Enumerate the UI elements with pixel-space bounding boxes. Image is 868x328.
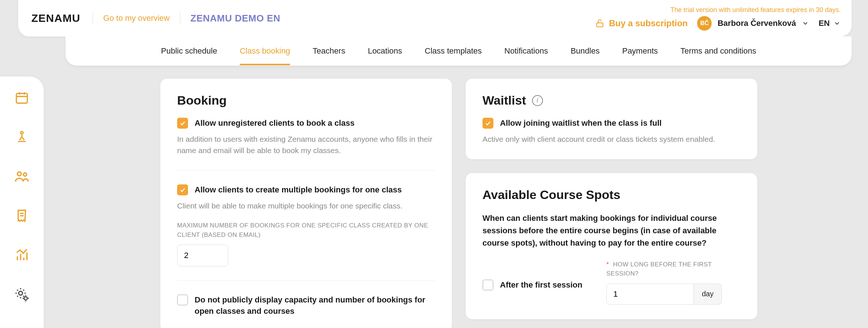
- users-icon: [14, 169, 30, 184]
- allow-unregistered-desc: In addition to users with existing Zenam…: [177, 133, 435, 156]
- nav-invoices[interactable]: [13, 207, 31, 224]
- hide-capacity-checkbox[interactable]: [177, 294, 188, 305]
- buy-subscription-button[interactable]: Buy a subscription: [595, 18, 688, 28]
- language-menu-button[interactable]: EN: [818, 19, 841, 28]
- hide-capacity-label: Do not publicly display capacity and num…: [195, 294, 435, 317]
- settings-subnav: Public schedule Class booking Teachers L…: [66, 36, 852, 66]
- meditation-icon: [15, 130, 29, 144]
- allow-multiple-label: Allow clients to create multiple booking…: [195, 184, 402, 196]
- trial-expiry-message: The trial version with unlimited feature…: [670, 6, 841, 14]
- how-long-label: HOW LONG BEFORE THE FIRST SESSION?: [606, 261, 712, 277]
- avatar: BČ: [697, 16, 712, 31]
- lock-icon: [595, 19, 605, 28]
- after-first-session-checkbox[interactable]: [482, 280, 493, 290]
- course-spots-lead: When can clients start making bookings f…: [482, 212, 740, 249]
- allow-waitlist-label: Allow joining waitlist when the class is…: [500, 118, 662, 129]
- max-bookings-label: MAXIMUM NUMBER OF BOOKINGS FOR ONE SPECI…: [177, 221, 435, 239]
- tab-notifications[interactable]: Notifications: [504, 37, 548, 65]
- how-long-unit: day: [694, 284, 722, 305]
- divider: [93, 12, 93, 25]
- waitlist-heading: Waitlist: [482, 93, 526, 108]
- svg-rect-0: [597, 23, 603, 27]
- info-icon[interactable]: i: [532, 95, 543, 106]
- go-to-overview-link[interactable]: Go to my overview: [103, 13, 169, 23]
- tab-locations[interactable]: Locations: [368, 37, 402, 65]
- svg-point-18: [24, 297, 27, 300]
- allow-unregistered-label: Allow unregistered clients to book a cla…: [195, 118, 355, 129]
- check-icon: [485, 120, 491, 126]
- svg-point-17: [19, 291, 23, 295]
- calendar-icon: [15, 90, 29, 105]
- svg-point-9: [17, 172, 21, 176]
- nav-classes[interactable]: [13, 128, 31, 146]
- divider: [177, 170, 435, 171]
- chevron-down-icon: [833, 20, 841, 27]
- gear-icon: [14, 287, 30, 302]
- after-first-session-label: After the first session: [500, 280, 582, 291]
- user-menu-button[interactable]: BČ Barbora Červenková: [697, 16, 809, 31]
- tab-terms[interactable]: Terms and conditions: [680, 37, 756, 65]
- language-code: EN: [818, 19, 830, 28]
- required-asterisk: *: [606, 261, 609, 268]
- check-icon: [179, 187, 186, 193]
- tab-public-schedule[interactable]: Public schedule: [161, 37, 217, 65]
- divider: [177, 280, 435, 281]
- allow-unregistered-checkbox[interactable]: [177, 118, 188, 129]
- course-spots-card: Available Course Spots When can clients …: [466, 173, 757, 319]
- allow-multiple-desc: Client will be able to make multiple boo…: [177, 200, 435, 212]
- allow-waitlist-checkbox[interactable]: [482, 118, 493, 129]
- waitlist-card: Waitlist i Allow joining waitlist when t…: [466, 79, 757, 159]
- side-rail: [0, 77, 44, 328]
- receipt-icon: [15, 208, 29, 223]
- chevron-down-icon: [802, 20, 809, 27]
- tab-teachers[interactable]: Teachers: [313, 37, 345, 65]
- tab-payments[interactable]: Payments: [622, 37, 658, 65]
- svg-point-10: [23, 173, 27, 176]
- booking-heading: Booking: [177, 93, 435, 108]
- divider: [180, 12, 180, 25]
- buy-subscription-label: Buy a subscription: [609, 18, 688, 28]
- waitlist-desc: Active only with client account credit o…: [482, 133, 740, 145]
- tab-class-booking[interactable]: Class booking: [240, 37, 290, 65]
- workspace-title: ZENAMU DEMO EN: [191, 13, 281, 24]
- user-name: Barbora Červenková: [718, 19, 796, 28]
- booking-card: Booking Allow unregistered clients to bo…: [160, 79, 452, 328]
- allow-multiple-checkbox[interactable]: [177, 184, 188, 195]
- svg-rect-1: [16, 93, 27, 103]
- max-bookings-input[interactable]: [177, 245, 228, 266]
- tab-bundles[interactable]: Bundles: [571, 37, 600, 65]
- chart-icon: [14, 247, 30, 263]
- brand-logo: ZENAMU: [29, 12, 82, 24]
- how-long-input[interactable]: [606, 284, 694, 305]
- nav-settings[interactable]: [13, 286, 31, 303]
- course-spots-heading: Available Course Spots: [482, 188, 740, 202]
- check-icon: [179, 120, 186, 126]
- tab-class-templates[interactable]: Class templates: [425, 37, 482, 65]
- nav-calendar[interactable]: [13, 89, 31, 106]
- nav-clients[interactable]: [13, 168, 31, 185]
- svg-point-8: [21, 132, 23, 134]
- nav-reports[interactable]: [13, 246, 31, 264]
